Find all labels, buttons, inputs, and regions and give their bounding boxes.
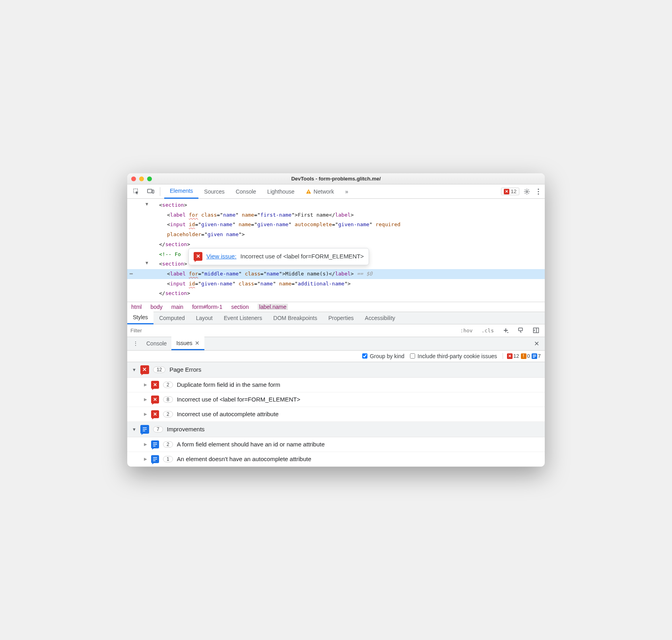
count-pill: 8 — [163, 396, 173, 403]
error-chat-icon: ✕ — [151, 410, 159, 418]
titlebar: DevTools - form-problems.glitch.me/ — [127, 173, 545, 184]
dom-line[interactable]: <label for class="name" name="first-name… — [127, 210, 545, 220]
chevron-down-icon: ▼ — [132, 367, 136, 372]
styles-tabs: Styles Computed Layout Event Listeners D… — [127, 312, 545, 324]
info-chat-icon — [140, 425, 149, 434]
devtools-window: DevTools - form-problems.glitch.me/ Elem… — [127, 173, 545, 467]
subtab-computed[interactable]: Computed — [153, 312, 190, 324]
error-count-badge[interactable]: ✕ 12 — [501, 188, 519, 195]
crumb[interactable]: body — [150, 304, 162, 310]
tab-network[interactable]: Network — [300, 184, 340, 199]
drawer-tab-console[interactable]: Console — [142, 337, 171, 350]
chevron-right-icon: ▶ — [144, 382, 147, 387]
svg-rect-4 — [308, 192, 309, 193]
subtab-event-listeners[interactable]: Event Listeners — [218, 312, 268, 324]
count-pill: 12 — [153, 367, 165, 373]
crumb[interactable]: main — [171, 304, 183, 310]
settings-icon[interactable] — [520, 186, 534, 197]
dom-line[interactable]: </section> — [127, 289, 545, 299]
cls-toggle[interactable]: .cls — [479, 328, 496, 334]
warning-count-mini: !0 — [521, 353, 530, 359]
crumb[interactable]: section — [231, 304, 249, 310]
tab-label: Network — [314, 188, 334, 195]
tab-console[interactable]: Console — [230, 184, 262, 199]
svg-point-6 — [538, 188, 539, 190]
error-chat-icon: ✕ — [151, 396, 159, 403]
error-chat-icon: ✕ — [140, 365, 149, 374]
subtab-layout[interactable]: Layout — [190, 312, 218, 324]
issue-item[interactable]: ▶2A form field element should have an id… — [127, 437, 545, 452]
inspect-icon[interactable] — [130, 186, 143, 197]
hov-toggle[interactable]: :hov — [458, 328, 475, 334]
issue-category[interactable]: ▼7Improvements — [127, 422, 545, 437]
issue-item[interactable]: ▶✕2Incorrect use of autocomplete attribu… — [127, 407, 545, 422]
crumb[interactable]: html — [131, 304, 142, 310]
subtab-dom-breakpoints[interactable]: DOM Breakpoints — [268, 312, 322, 324]
tab-label: Console — [236, 188, 256, 195]
count-pill: 2 — [163, 441, 173, 448]
category-title: Improvements — [167, 426, 205, 432]
dom-line[interactable]: <label for="middle-name" class="name">Mi… — [127, 269, 545, 279]
issues-options: Group by kind Include third-party cookie… — [127, 351, 545, 362]
dom-line[interactable]: placeholder="given name"> — [127, 230, 545, 240]
paint-icon[interactable] — [515, 327, 526, 334]
drawer-close-icon[interactable]: ✕ — [531, 340, 542, 347]
tab-sources[interactable]: Sources — [198, 184, 230, 199]
dom-line[interactable]: <input id="given-name" class="name" name… — [127, 279, 545, 289]
more-icon[interactable] — [534, 187, 542, 196]
issue-text: Duplicate form field id in the same form — [177, 381, 280, 388]
dom-line[interactable]: ▼<section> — [127, 200, 545, 210]
device-toggle-icon[interactable] — [144, 187, 157, 196]
drawer-tab-issues[interactable]: Issues ✕ — [171, 337, 204, 350]
count-pill: 1 — [163, 456, 173, 462]
svg-point-5 — [526, 190, 528, 192]
issue-tooltip: ✕ View issue: Incorrect use of <label fo… — [188, 248, 369, 265]
issue-item[interactable]: ▶✕2Duplicate form field id in the same f… — [127, 378, 545, 392]
breadcrumb: html body main form#form-1 section label… — [127, 302, 545, 312]
error-chat-icon: ✕ — [194, 252, 202, 261]
svg-point-8 — [538, 193, 539, 194]
checkbox[interactable] — [410, 353, 415, 359]
subtab-styles[interactable]: Styles — [127, 312, 153, 324]
drawer-tab-label: Issues — [176, 340, 192, 346]
toggle-panel-icon[interactable] — [530, 327, 542, 334]
svg-rect-2 — [152, 190, 154, 193]
info-chat-icon — [151, 440, 159, 448]
error-icon: ✕ — [504, 189, 509, 194]
chevron-right-icon: ▶ — [144, 457, 147, 461]
view-issue-link[interactable]: View issue: — [206, 251, 237, 262]
checkbox-label: Group by kind — [370, 353, 404, 359]
svg-rect-1 — [148, 189, 152, 193]
dom-line[interactable]: <input id="given-name" name="given-name"… — [127, 220, 545, 230]
group-by-kind-checkbox[interactable]: Group by kind — [362, 353, 404, 359]
issue-text: Incorrect use of autocomplete attribute — [177, 411, 279, 417]
window-title: DevTools - form-problems.glitch.me/ — [127, 176, 545, 182]
drawer-more-icon[interactable]: ⋮ — [130, 340, 142, 347]
close-icon[interactable]: ✕ — [195, 340, 200, 346]
count-pill: 2 — [163, 411, 173, 417]
main-toolbar: Elements Sources Console Lighthouse Netw… — [127, 184, 545, 199]
dom-tree[interactable]: ▼<section><label for class="name" name="… — [127, 199, 545, 302]
tab-elements[interactable]: Elements — [164, 184, 198, 199]
warning-icon — [306, 189, 311, 194]
error-chat-icon: ✕ — [151, 381, 159, 389]
subtab-accessibility[interactable]: Accessibility — [359, 312, 401, 324]
subtab-properties[interactable]: Properties — [323, 312, 359, 324]
crumb-current[interactable]: label.name — [258, 304, 288, 310]
issue-text: Incorrect use of <label for=FORM_ELEMENT… — [177, 396, 301, 403]
issue-category[interactable]: ▼✕12Page Errors — [127, 362, 545, 378]
issue-text: An element doesn't have an autocomplete … — [177, 456, 311, 462]
issue-item[interactable]: ▶1An element doesn't have an autocomplet… — [127, 452, 545, 467]
divider — [160, 187, 160, 196]
tab-lighthouse[interactable]: Lighthouse — [262, 184, 300, 199]
third-party-checkbox[interactable]: Include third-party cookie issues — [410, 353, 497, 359]
checkbox[interactable] — [362, 353, 367, 359]
new-style-icon[interactable] — [500, 327, 511, 334]
crumb[interactable]: form#form-1 — [192, 304, 222, 310]
info-chat-icon — [151, 455, 159, 463]
info-count-mini: 7 — [532, 353, 541, 359]
issues-list: ▼✕12Page Errors▶✕2Duplicate form field i… — [127, 362, 545, 467]
issue-item[interactable]: ▶✕8Incorrect use of <label for=FORM_ELEM… — [127, 392, 545, 407]
tabs-overflow[interactable]: » — [340, 184, 354, 199]
filter-input[interactable] — [130, 328, 454, 334]
